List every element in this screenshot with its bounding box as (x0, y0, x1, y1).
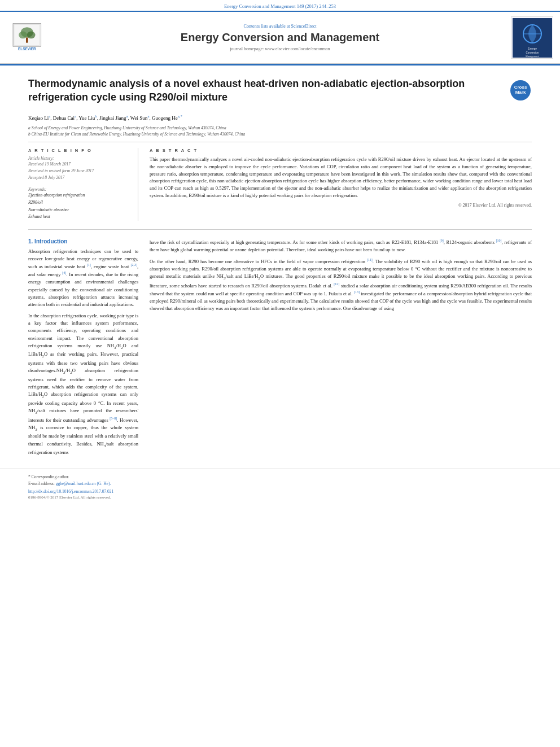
ecm-logo-area: Energy Conversion Management (502, 16, 553, 59)
intro-right-column: have the risk of crystallization especia… (150, 238, 532, 460)
sciencedirect-link: Contents lists available at ScienceDirec… (63, 24, 497, 29)
intro-heading: 1. Introduction (28, 238, 138, 244)
journal-citation: Energy Conversion and Management 149 (20… (0, 0, 560, 11)
abstract-label: A B S T R A C T (150, 148, 532, 153)
author-dehua: Dehua Cai (53, 115, 75, 121)
svg-rect-4 (26, 38, 28, 43)
svg-text:Energy: Energy (528, 47, 537, 50)
history-dates: Received 19 March 2017 Received in revis… (28, 161, 129, 181)
history-label: Article history: (28, 156, 129, 161)
doi-text[interactable]: http://dx.doi.org/10.1016/j.enconman.201… (28, 489, 113, 494)
corresponding-text: * Corresponding author. (28, 474, 69, 479)
email-area: E-mail address: gghe@mail.hust.edu.cn (G… (28, 480, 532, 487)
journal-header-center: Contents lists available at ScienceDirec… (63, 24, 497, 51)
affiliations: a School of Energy and Power Engineering… (0, 124, 560, 142)
corresponding-note: * Corresponding author. (28, 474, 532, 480)
svg-text:ELSEVIER: ELSEVIER (18, 47, 36, 51)
affiliation-a: a School of Energy and Power Engineering… (28, 125, 532, 132)
doi-link[interactable]: http://dx.doi.org/10.1016/j.enconman.201… (28, 489, 532, 494)
article-title-area: Thermodynamic analysis of a novel exhaus… (0, 65, 560, 110)
intro-divider (28, 229, 532, 230)
svg-text:Cross: Cross (514, 85, 527, 90)
journal-homepage: journal homepage: www.elsevier.com/locat… (63, 46, 497, 51)
intro-left-column: 1. Introduction Absorption refrigeration… (28, 238, 138, 460)
author-guogeng: Guogeng He (152, 115, 178, 121)
accepted-date: Accepted 8 July 2017 (28, 174, 129, 181)
svg-point-3 (27, 32, 36, 39)
author-keqiao: Keqiao Li (28, 115, 49, 121)
intro-right-para-2: On the other hand, R290 has become one a… (150, 257, 532, 312)
affiliation-b: b China-EU Institute for Clean and Renew… (28, 132, 532, 138)
keywords-section: Keywords: Ejection-absorption refrigerat… (28, 187, 129, 221)
authors-area: Keqiao Lia, Dehua Caia, Yue Liub, Jingka… (0, 110, 560, 125)
abstract-text: This paper thermodynamically analyzes a … (150, 156, 532, 199)
intro-right-para-1: have the risk of crystallization especia… (150, 238, 532, 254)
svg-text:Conversion: Conversion (526, 51, 539, 54)
keyword-3: Non-adiabatic absorber (28, 207, 129, 214)
keyword-4: Exhaust heat (28, 213, 129, 221)
article-title: Thermodynamic analysis of a novel exhaus… (28, 77, 504, 104)
keyword-2: R290/oil (28, 199, 129, 207)
ecm-journal-logo: Energy Conversion Management (513, 18, 552, 58)
svg-text:Mark: Mark (515, 90, 526, 95)
article-info-abstract-area: A R T I C L E I N F O Article history: R… (0, 142, 560, 226)
keywords-label: Keywords: (28, 187, 129, 192)
intro-para-1: Absorption refrigeration techniques can … (28, 248, 138, 308)
author-jingkai: Jingkai Jiang (99, 115, 126, 121)
svg-point-2 (19, 32, 27, 39)
author-wei: Wei Sun (130, 115, 148, 121)
elsevier-logo: ELSEVIER (10, 22, 55, 53)
abstract-column: A B S T R A C T This paper thermodynamic… (150, 148, 532, 221)
sciencedirect-name[interactable]: ScienceDirect (291, 24, 317, 29)
copyright-line: © 2017 Elsevier Ltd. All rights reserved… (150, 203, 532, 208)
intro-para-2: In the absorption refrigeration cycle, w… (28, 312, 138, 456)
keyword-list: Ejection-absorption refrigeration R290/o… (28, 192, 129, 221)
contents-text: Contents lists available at (244, 24, 290, 29)
article-info-column: A R T I C L E I N F O Article history: R… (28, 148, 138, 221)
introduction-section: 1. Introduction Absorption refrigeration… (0, 233, 560, 466)
svg-text:Management: Management (526, 55, 539, 58)
journal-header: ELSEVIER Contents lists available at Sci… (0, 11, 560, 64)
email-value[interactable]: gghe@mail.hust.edu.cn (G. He). (56, 481, 111, 486)
author-yue: Yue Liu (78, 115, 95, 121)
received-revised-date: Received in revised form 29 June 2017 (28, 168, 129, 174)
received-date: Received 19 March 2017 (28, 161, 129, 168)
article-history: Article history: Received 19 March 2017 … (28, 156, 129, 181)
crossmark-badge[interactable]: Cross Mark (509, 79, 532, 102)
journal-main-title: Energy Conversion and Management (63, 31, 497, 44)
ecm-logo-box: Energy Conversion Management (511, 16, 553, 59)
footer-area: * Corresponding author. E-mail address: … (0, 469, 560, 503)
footer-copyright: 0196-8904/© 2017 Elsevier Ltd. All right… (28, 495, 532, 500)
email-label: E-mail address: (28, 481, 55, 486)
journal-citation-text: Energy Conversion and Management 149 (20… (224, 3, 336, 9)
elsevier-logo-area: ELSEVIER (7, 22, 58, 53)
keyword-1: Ejection-absorption refrigeration (28, 192, 129, 199)
article-info-label: A R T I C L E I N F O (28, 148, 129, 153)
